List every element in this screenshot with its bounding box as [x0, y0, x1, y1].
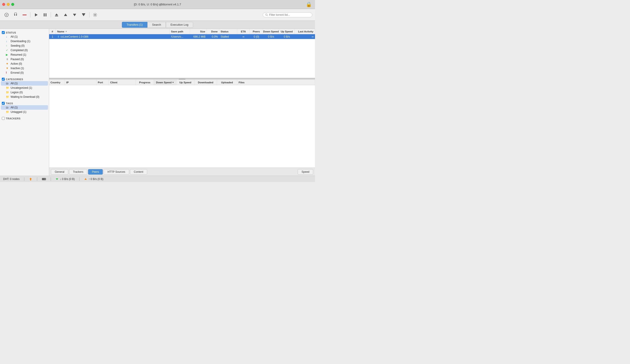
dht-status: DHT: 0 nodes — [3, 178, 20, 181]
th-eta[interactable]: ETA — [237, 29, 250, 34]
minimize-btn[interactable] — [7, 3, 10, 6]
dth-downloaded[interactable]: Downloaded — [194, 80, 217, 85]
add-torrent-btn[interactable] — [3, 11, 10, 19]
dth-ip[interactable]: IP — [65, 80, 96, 85]
status-divider-2 — [37, 177, 37, 181]
dth-client[interactable]: Client — [109, 80, 136, 85]
sidebar-item-errored[interactable]: ! Errored (0) — [1, 70, 48, 75]
categories-section-header: CATEGORIES — [0, 77, 49, 81]
detail-table-header: Country IP Port Client Progress Down Spe… — [49, 80, 315, 85]
move-down-btn[interactable] — [71, 11, 78, 19]
sidebar-item-all[interactable]: ↓ All (1) — [1, 34, 48, 39]
add-magnet-btn[interactable] — [12, 11, 20, 19]
pause-btn[interactable] — [41, 11, 49, 19]
status-label: STATUS — [6, 31, 16, 34]
tab-peers[interactable]: Peers — [88, 169, 103, 174]
tags-checkbox[interactable] — [2, 102, 5, 105]
sidebar-item-downloading-label: Downloading (1) — [10, 40, 30, 43]
tab-execution-log[interactable]: Execution Log — [166, 22, 193, 28]
maximize-btn[interactable] — [11, 3, 14, 6]
tab-http-sources[interactable]: HTTP Sources — [104, 169, 129, 174]
uncategorized-icon: 📁 — [6, 86, 10, 90]
sidebar-item-tag-all[interactable]: 🗂 All (1) — [1, 105, 48, 110]
dth-uploaded[interactable]: Uploaded — [217, 80, 237, 85]
sidebar-item-errored-label: Errored (0) — [10, 71, 24, 74]
detail-body — [49, 85, 315, 168]
sidebar-item-paused-label: Paused (0) — [10, 58, 24, 61]
content-area: # Name ▼ Save path Size Done Status ETA … — [49, 29, 315, 176]
th-save[interactable]: Save path — [170, 29, 190, 34]
th-name[interactable]: Name ▼ — [56, 29, 170, 34]
tags-section-header: TAGS — [0, 101, 49, 105]
sidebar-item-seeding[interactable]: ↑ Seeding (0) — [1, 44, 48, 48]
app-title: [D: 0 B/s, U: 0 B/s] qBittorrent v4.1.7 — [134, 3, 181, 6]
resume-btn[interactable] — [32, 11, 40, 19]
dth-up-speed[interactable]: Up Speed — [176, 80, 194, 85]
status-section-header: STATUS — [0, 30, 49, 34]
toolbar-separator-1 — [30, 12, 30, 18]
titlebar: [D: 0 B/s, U: 0 B/s] qBittorrent v4.1.7 … — [0, 0, 315, 9]
sidebar-item-legion[interactable]: 📁 Legion (0) — [1, 90, 48, 94]
status-hdd-section — [42, 178, 46, 181]
sidebar-item-completed[interactable]: ✓ Completed (0) — [1, 48, 48, 52]
dth-country[interactable]: Country — [49, 80, 65, 85]
trackers-checkbox[interactable] — [2, 117, 5, 120]
trackers-section-header: TRACKERS — [0, 116, 49, 120]
sidebar-item-inactive[interactable]: ▼ Inactive (1) — [1, 66, 48, 70]
speed-btn[interactable]: Speed — [298, 169, 313, 174]
svg-rect-12 — [82, 13, 85, 14]
settings-btn[interactable] — [91, 11, 99, 19]
tab-general[interactable]: General — [51, 169, 68, 174]
dth-files[interactable]: Files — [237, 80, 315, 85]
sidebar-item-active[interactable]: ▼ Active (0) — [1, 62, 48, 66]
sidebar-item-uncategorized[interactable]: 📁 Uncategorized (1) — [1, 86, 48, 90]
sidebar-item-inactive-label: Inactive (1) — [10, 67, 24, 70]
th-down-speed[interactable]: Down Speed — [263, 29, 279, 34]
sidebar-item-uncategorized-label: Uncategorized (1) — [10, 86, 32, 90]
status-checkbox[interactable] — [2, 31, 5, 34]
lock-icon: 🔒 — [306, 2, 312, 8]
close-btn[interactable] — [2, 3, 5, 6]
tab-content[interactable]: Content — [130, 169, 147, 174]
remove-btn[interactable] — [21, 11, 28, 19]
svg-marker-4 — [35, 13, 38, 16]
trackers-label: TRACKERS — [6, 117, 20, 120]
th-done[interactable]: Done — [207, 29, 219, 34]
sidebar-item-downloading[interactable]: ↓ Downloading (1) — [1, 39, 48, 44]
th-size[interactable]: Size — [190, 29, 207, 34]
untagged-icon: 📁 — [6, 110, 10, 114]
sidebar-item-paused[interactable]: ⏸ Paused (0) — [1, 57, 48, 62]
bottom-tabbar: General Trackers Peers HTTP Sources Cont… — [49, 168, 315, 176]
svg-marker-19 — [84, 178, 87, 180]
torrent-row[interactable]: 1 ⬇ ccLiveContent-1.0-i386 /Users/o... 6… — [49, 34, 315, 39]
tab-trackers[interactable]: Trackers — [69, 169, 87, 174]
td-down: 0 B/s — [263, 34, 279, 39]
categories-checkbox[interactable] — [2, 78, 5, 81]
filter-input[interactable] — [269, 13, 310, 16]
dth-down-speed[interactable]: Down Speed ▼ — [154, 80, 176, 85]
move-top-btn[interactable] — [53, 11, 60, 19]
sidebar-item-resumed[interactable]: ▶ Resumed (1) — [1, 52, 48, 57]
sidebar-item-untagged[interactable]: 📁 Untagged (1) — [1, 110, 48, 114]
hdd-icon — [42, 178, 46, 181]
th-last-activity[interactable]: Last Activity — [295, 29, 315, 34]
sidebar-item-tag-all-label: All (1) — [10, 106, 18, 109]
th-up-speed[interactable]: Up Speed — [279, 29, 295, 34]
tab-search[interactable]: Search — [147, 22, 166, 28]
downloading-icon: ↓ — [6, 40, 10, 43]
dth-port[interactable]: Port — [96, 80, 109, 85]
tab-transfers[interactable]: Transfers (1) — [122, 22, 147, 28]
sidebar-item-cat-all[interactable]: 🗂 All (1) — [1, 81, 48, 86]
th-num[interactable]: # — [49, 29, 56, 34]
sidebar-item-waiting[interactable]: 📁 Waiting to Download (0) — [1, 94, 48, 99]
sidebar-item-completed-label: Completed (0) — [10, 49, 28, 52]
th-status[interactable]: Status — [219, 29, 237, 34]
svg-point-13 — [95, 14, 96, 15]
move-up-btn[interactable] — [62, 11, 70, 19]
statusbar: DHT: 0 nodes ↓ 0 B/s (0 B) ↑ 0 B/s (0 B) — [0, 176, 315, 182]
th-peers[interactable]: Peers — [250, 29, 263, 34]
svg-marker-7 — [55, 14, 58, 16]
dth-progress[interactable]: Progress — [136, 80, 154, 85]
seeding-icon: ↑ — [6, 44, 10, 47]
move-bottom-btn[interactable] — [80, 11, 88, 19]
